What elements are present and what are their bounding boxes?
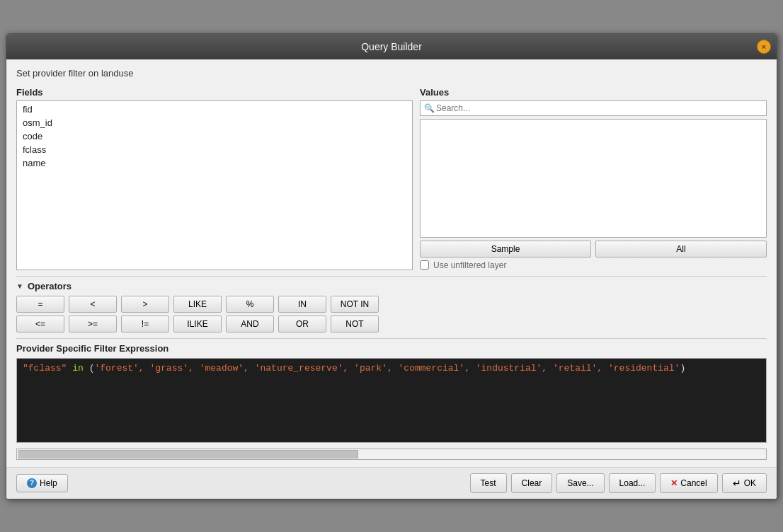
save-button[interactable]: Save... <box>556 473 604 493</box>
expr-in-keyword: in <box>72 363 88 374</box>
operators-row-2: <= >= != ILIKE AND OR NOT <box>16 316 767 332</box>
op-lt[interactable]: < <box>69 296 117 313</box>
ok-label: OK <box>744 478 756 488</box>
footer-left: ? Help <box>16 474 68 492</box>
values-label: Values <box>420 87 767 98</box>
operators-section: ▼ Operators = < > LIKE % IN NOT IN <= >=… <box>16 276 767 332</box>
fields-label: Fields <box>16 87 413 98</box>
fields-panel: Fields fid osm_id code fclass name <box>16 87 413 270</box>
clear-button[interactable]: Clear <box>511 473 553 493</box>
cancel-label: Cancel <box>680 478 707 488</box>
op-gt[interactable]: > <box>121 296 169 313</box>
main-content: Set provider filter on landuse Fields fi… <box>6 59 777 467</box>
expr-close-paren: ) <box>680 363 685 374</box>
op-like[interactable]: LIKE <box>173 296 222 313</box>
fields-values-row: Fields fid osm_id code fclass name Value… <box>16 87 767 270</box>
expr-values: 'forest', 'grass', 'meadow', 'nature_res… <box>94 363 680 374</box>
close-button[interactable]: × <box>757 40 771 54</box>
load-button[interactable]: Load... <box>609 473 656 493</box>
field-code[interactable]: code <box>20 129 409 143</box>
op-in[interactable]: IN <box>278 296 326 313</box>
help-button[interactable]: ? Help <box>16 474 68 492</box>
query-builder-window: Query Builder × Set provider filter on l… <box>6 33 777 499</box>
op-and[interactable]: AND <box>226 316 274 332</box>
op-eq[interactable]: = <box>16 296 64 313</box>
sample-button[interactable]: Sample <box>420 241 591 258</box>
values-search-input[interactable] <box>420 100 767 116</box>
expression-section: Provider Specific Filter Expression "fcl… <box>16 338 767 460</box>
operators-label: Operators <box>28 281 72 291</box>
window-title: Query Builder <box>361 41 422 52</box>
expression-label: Provider Specific Filter Expression <box>16 343 767 354</box>
op-lte[interactable]: <= <box>16 316 64 332</box>
field-fid[interactable]: fid <box>20 103 409 116</box>
triangle-icon: ▼ <box>16 282 23 290</box>
all-button[interactable]: All <box>595 241 767 258</box>
footer-right: Test Clear Save... Load... ✕ Cancel ↵ OK <box>470 473 767 493</box>
horizontal-scrollbar[interactable] <box>16 449 767 460</box>
values-list[interactable] <box>420 119 767 238</box>
field-name[interactable]: name <box>20 156 409 170</box>
cancel-icon: ✕ <box>670 478 678 488</box>
test-button[interactable]: Test <box>470 473 507 493</box>
footer: ? Help Test Clear Save... Load... ✕ Canc… <box>6 467 777 499</box>
values-panel: Values 🔍 Sample All Use unfiltered layer <box>420 87 767 270</box>
values-buttons-row: Sample All <box>420 241 767 258</box>
subtitle: Set provider filter on landuse <box>16 66 767 81</box>
search-wrapper: 🔍 <box>420 100 767 116</box>
fields-list[interactable]: fid osm_id code fclass name <box>16 100 413 270</box>
op-not[interactable]: NOT <box>331 316 379 332</box>
op-not-in[interactable]: NOT IN <box>331 296 379 313</box>
field-fclass[interactable]: fclass <box>20 143 409 156</box>
field-osm-id[interactable]: osm_id <box>20 116 409 129</box>
search-icon: 🔍 <box>424 103 435 113</box>
ok-icon: ↵ <box>733 478 741 489</box>
titlebar: Query Builder × <box>6 34 777 59</box>
unfiltered-row: Use unfiltered layer <box>420 260 767 270</box>
unfiltered-checkbox[interactable] <box>420 260 429 270</box>
expr-fclass-string: "fclass" <box>23 363 67 374</box>
operators-grid: = < > LIKE % IN NOT IN <= >= != ILIKE AN… <box>16 296 767 332</box>
help-icon: ? <box>27 478 37 488</box>
unfiltered-label: Use unfiltered layer <box>433 260 506 270</box>
ok-button[interactable]: ↵ OK <box>722 473 767 493</box>
op-or[interactable]: OR <box>278 316 326 332</box>
expression-editor[interactable]: "fclass" in ('forest', 'grass', 'meadow'… <box>16 358 767 443</box>
op-gte[interactable]: >= <box>69 316 117 332</box>
operators-row-1: = < > LIKE % IN NOT IN <box>16 296 767 313</box>
scroll-thumb[interactable] <box>18 450 358 458</box>
op-percent[interactable]: % <box>226 296 274 313</box>
op-ilike[interactable]: ILIKE <box>173 316 222 332</box>
help-label: Help <box>40 478 57 488</box>
op-neq[interactable]: != <box>121 316 169 332</box>
cancel-button[interactable]: ✕ Cancel <box>660 473 717 493</box>
operators-header[interactable]: ▼ Operators <box>16 281 767 291</box>
